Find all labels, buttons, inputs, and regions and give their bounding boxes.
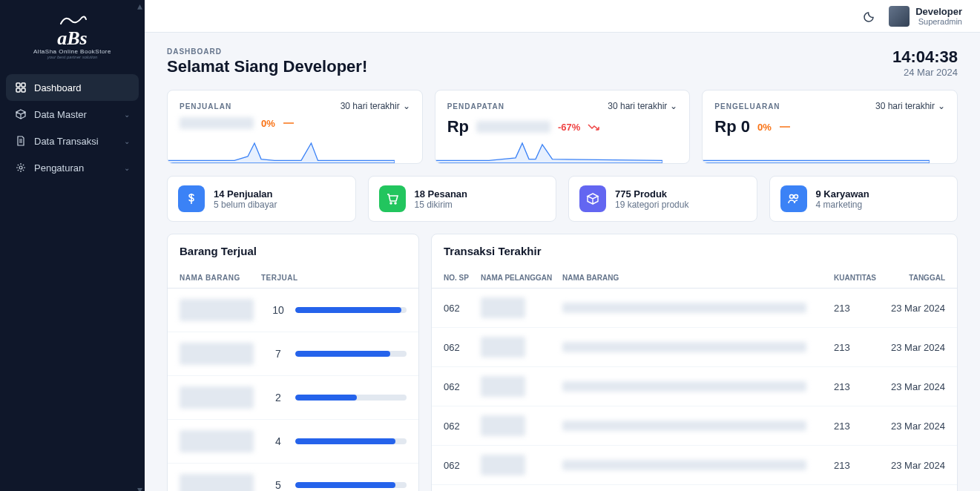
- cell-kuantitas: 213: [834, 460, 878, 471]
- range-dropdown[interactable]: 30 hari terakhir ⌄: [341, 101, 410, 111]
- cell-kuantitas: 213: [834, 342, 878, 353]
- cell-nama-barang: [562, 342, 834, 352]
- svg-point-4: [19, 166, 22, 169]
- users-icon: [780, 185, 807, 212]
- count-card[interactable]: 9 Karyawan4 marketing: [769, 176, 958, 222]
- stat-value-redacted: [476, 121, 550, 133]
- count-card[interactable]: 18 Pesanan15 dikirim: [368, 176, 557, 222]
- sparkline-chart: [435, 136, 662, 163]
- sidebar-item-pengaturan[interactable]: Pengaturan ⌄: [6, 154, 139, 181]
- count-title: 775 Produk: [615, 188, 688, 200]
- user-menu[interactable]: Developer Superadmin: [889, 6, 962, 27]
- cell-tanggal: 23 Mar 2024: [878, 342, 945, 353]
- stat-value: Rp 0: [714, 117, 750, 136]
- cell-nama-pelanggan: [481, 415, 562, 436]
- stat-prefix: Rp: [447, 117, 469, 136]
- count-subtitle: 15 dikirim: [415, 200, 468, 210]
- range-dropdown[interactable]: 30 hari terakhir ⌄: [875, 101, 945, 111]
- cube-icon: [15, 108, 27, 120]
- trend-down-icon: [588, 123, 599, 131]
- stat-title: PENDAPATAN: [447, 102, 504, 111]
- count-subtitle: 19 kategori produk: [615, 200, 688, 210]
- cell-tanggal: 23 Mar 2024: [878, 381, 945, 392]
- svg-point-5: [390, 202, 392, 204]
- panel-barang-terjual: Barang Terjual NAMA BARANG TERJUAL 10724…: [167, 234, 419, 491]
- chevron-down-icon: ⌄: [670, 101, 677, 111]
- col-nama-barang: NAMA BARANG: [562, 274, 834, 282]
- stat-percent: -67%: [558, 122, 580, 133]
- sidebar-item-data-master[interactable]: Data Master ⌄: [6, 101, 139, 128]
- col-nama-barang: NAMA BARANG: [180, 274, 261, 282]
- file-icon: [15, 135, 27, 147]
- table-row: 10: [168, 289, 418, 332]
- svg-rect-2: [16, 88, 20, 92]
- sidebar-item-data-transaksi[interactable]: Data Transaksi ⌄: [6, 128, 139, 154]
- stat-title: PENJUALAN: [180, 102, 231, 111]
- cell-no-sp: 062: [444, 421, 481, 432]
- cell-terjual: 2: [267, 392, 289, 403]
- count-title: 18 Pesanan: [415, 188, 468, 200]
- col-tanggal: TANGGAL: [878, 274, 945, 282]
- clock-time: 14:04:38: [892, 47, 958, 67]
- cell-nama-pelanggan: [481, 337, 562, 357]
- cell-nama-barang: [180, 299, 261, 321]
- col-nama-pelanggan: NAMA PELANGGAN: [481, 274, 562, 282]
- cell-nama-barang: [180, 430, 261, 452]
- cell-nama-pelanggan: [481, 455, 562, 475]
- stat-percent: 0%: [757, 122, 772, 133]
- panel-transaksi-terakhir: Transaksi Terakhir NO. SP NAMA PELANGGAN…: [431, 234, 958, 491]
- theme-toggle[interactable]: [862, 9, 877, 24]
- stat-card: PENJUALAN30 hari terakhir ⌄0%: [167, 90, 423, 164]
- col-no-sp: NO. SP: [444, 274, 481, 282]
- table-row: 06221323 Mar 2024: [432, 446, 957, 485]
- cell-terjual: 10: [267, 304, 289, 316]
- progress-bar: [295, 482, 407, 488]
- col-kuantitas: KUANTITAS: [834, 274, 878, 282]
- cell-kuantitas: 213: [834, 381, 878, 392]
- count-title: 9 Karyawan: [816, 188, 869, 200]
- gear-icon: [15, 162, 27, 174]
- count-card[interactable]: 14 Penjualan5 belum dibayar: [167, 176, 356, 222]
- table-row: 06221323 Mar 2024: [432, 406, 957, 446]
- col-terjual: TERJUAL: [261, 274, 306, 282]
- count-card[interactable]: 775 Produk19 kategori produk: [568, 176, 757, 222]
- cell-no-sp: 062: [444, 460, 481, 471]
- cell-nama-barang: [562, 421, 834, 431]
- cell-terjual: 4: [267, 435, 289, 447]
- range-dropdown[interactable]: 30 hari terakhir ⌄: [608, 101, 677, 111]
- sidebar-item-dashboard[interactable]: Dashboard: [6, 74, 139, 101]
- cell-nama-barang: [562, 303, 834, 313]
- brand-tagline: your best partner solution: [15, 55, 130, 59]
- trend-flat-icon: [283, 122, 295, 125]
- svg-rect-3: [22, 88, 25, 92]
- content-scroll[interactable]: DASHBOARD Selamat Siang Developer! 14:04…: [145, 33, 980, 491]
- chevron-down-icon: ⌄: [124, 111, 130, 119]
- grid-icon: [15, 82, 27, 93]
- stat-title: PENGELUARAN: [714, 102, 780, 111]
- cell-tanggal: 23 Mar 2024: [878, 303, 945, 314]
- main: Developer Superadmin DASHBOARD Selamat S…: [145, 0, 980, 491]
- brand-logo: aBs AltaSha Online BookStore your best p…: [0, 0, 145, 74]
- count-subtitle: 4 marketing: [816, 200, 869, 210]
- progress-bar: [295, 395, 407, 401]
- sidebar-collapse-top-icon[interactable]: ▴: [137, 0, 145, 7]
- svg-point-7: [789, 195, 793, 199]
- cell-no-sp: 062: [444, 381, 481, 392]
- svg-rect-0: [16, 83, 20, 87]
- count-subtitle: 5 belum dibayar: [214, 200, 277, 210]
- sparkline-chart: [703, 136, 930, 163]
- table-row: 5: [168, 464, 418, 491]
- sidebar-item-label: Data Master: [34, 109, 87, 120]
- chevron-down-icon: ⌄: [124, 137, 130, 145]
- cell-kuantitas: 213: [834, 303, 878, 314]
- moon-icon: [863, 10, 876, 23]
- cart-icon: [379, 185, 406, 212]
- progress-bar: [295, 351, 407, 357]
- sidebar-item-label: Dashboard: [34, 82, 82, 93]
- trend-flat-icon: [779, 125, 791, 128]
- cell-kuantitas: 213: [834, 421, 878, 432]
- stat-card: PENGELUARAN30 hari terakhir ⌄Rp 00%: [702, 90, 958, 164]
- sidebar-collapse-bottom-icon[interactable]: ▾: [137, 484, 145, 491]
- table-row: 06221323 Mar 2024: [432, 328, 957, 367]
- breadcrumb: DASHBOARD: [167, 47, 367, 56]
